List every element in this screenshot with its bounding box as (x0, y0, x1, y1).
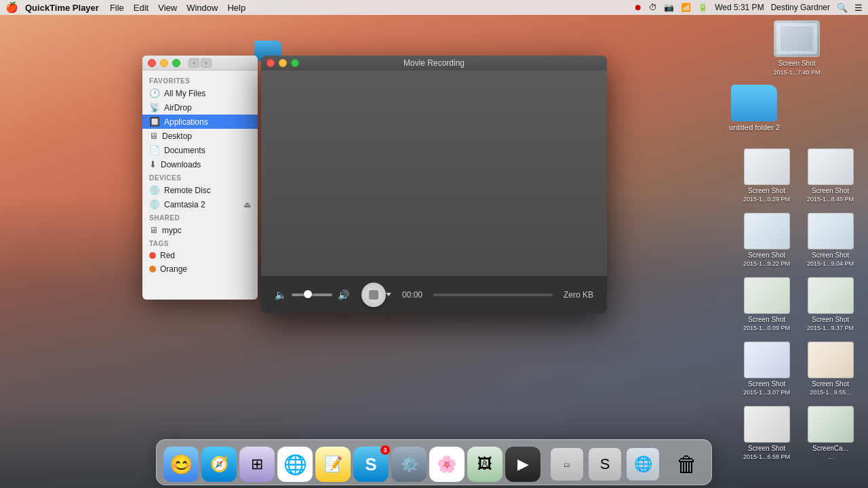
orange-tag-dot (149, 266, 156, 272)
screenshot-preview-10 (808, 406, 854, 443)
menubar-view[interactable]: View (158, 3, 177, 13)
clock: Wed 5:31 PM (715, 3, 764, 12)
desktop-screenshot-7[interactable]: Screen Shot2015-1...3.07 PM (738, 339, 795, 399)
wifi-icon: 📶 (681, 3, 691, 12)
camtasia-icon: 💿 (149, 199, 160, 209)
dock-quicktime[interactable]: ▶ (505, 447, 540, 482)
dock-syspref[interactable]: ⚙️ (391, 447, 427, 482)
screenshot-label-7: Screen Shot2015-1...3.07 PM (743, 380, 790, 396)
qt-titlebar: Movie Recording (261, 56, 607, 70)
nav-forward-button[interactable]: › (201, 58, 212, 68)
dock-stack-3[interactable]: 🌐 (625, 447, 660, 482)
desktop-screenshot-8[interactable]: Screen Shot2015-1...9.55... (802, 339, 859, 399)
screenshot-top-icon[interactable]: Screen Shot2015-1...7.40 PM (770, 20, 824, 77)
folder-icon-shape (731, 85, 777, 121)
sidebar-item-remotedisc[interactable]: 💿 Remote Disc (142, 183, 258, 197)
volume-max-icon: 🔊 (338, 289, 349, 300)
sidebar-item-mypc[interactable]: 🖥 mypc (142, 223, 258, 237)
documents-icon: 📄 (149, 145, 160, 155)
desktop-screenshot-2[interactable]: Screen Shot2015-1...8.45 PM (802, 146, 859, 206)
dock-divider-2 (665, 449, 665, 476)
desktop-screenshot-4[interactable]: Screen Shot2015-1...9.04 PM (802, 210, 859, 270)
desktop: 🍎 QuickTime Player File Edit View Window… (0, 0, 868, 488)
menu-icon[interactable]: ☰ (854, 3, 863, 13)
sidebar-item-applications[interactable]: 🔲 Applications (142, 115, 258, 129)
folder-label: untitled folder 2 (729, 123, 780, 131)
record-button[interactable] (361, 283, 386, 307)
airdrop-icon: 📡 (149, 102, 160, 113)
sidebar-item-tag-red[interactable]: Red (142, 249, 258, 262)
username[interactable]: Destiny Gardner (771, 3, 830, 12)
window-maximize-button[interactable] (172, 59, 180, 67)
dock-trash[interactable]: 🗑 (669, 447, 705, 482)
desktop-screenshot-10[interactable]: ScreenCa...... (802, 403, 859, 464)
record-dropdown-arrow[interactable] (386, 293, 391, 296)
dock-chrome[interactable]: 🌐 (277, 447, 313, 482)
sidebar-item-tag-orange[interactable]: Orange (142, 262, 258, 276)
screenshot-label-8: Screen Shot2015-1...9.55... (810, 380, 851, 396)
qt-minimize-button[interactable] (279, 59, 287, 67)
screenshot-label-4: Screen Shot2015-1...9.04 PM (807, 251, 854, 268)
sidebar-item-allmyfiles[interactable]: 🕐 All My Files (142, 86, 258, 100)
dock-finder[interactable]: 😊 (163, 447, 199, 482)
dock-preview[interactable]: 🖼 (467, 447, 502, 482)
apple-menu-icon[interactable]: 🍎 (5, 1, 18, 14)
menubar-edit[interactable]: Edit (134, 3, 149, 13)
sidebar-item-documents[interactable]: 📄 Documents (142, 143, 258, 157)
screenshot-label-10: ScreenCa...... (812, 445, 848, 461)
window-close-button[interactable] (148, 59, 156, 67)
desktop-screenshot-3[interactable]: Screen Shot2015-1...9.22 PM (738, 210, 795, 270)
nav-back-button[interactable]: ‹ (189, 58, 199, 68)
volume-slider[interactable] (292, 293, 332, 296)
sidebar-item-camtasia[interactable]: 💿 Camtasia 2 ⏏ (142, 197, 258, 211)
battery-icon: 🔋 (698, 3, 708, 12)
desktop-screenshot-9[interactable]: Screen Shot2015-1...6.58 PM (738, 403, 795, 464)
recording-time: 00:00 (402, 290, 422, 300)
sidebar-item-downloads[interactable]: ⬇ Downloads (142, 157, 258, 171)
screenshot-preview-8 (808, 342, 854, 378)
qt-close-button[interactable] (267, 59, 275, 67)
record-button-inner (369, 290, 378, 300)
dock-safari[interactable]: 🧭 (201, 447, 237, 482)
desktop-screenshot-1[interactable]: Screen Shot2015-1...0.29 PM (738, 146, 795, 206)
menubar-app-name[interactable]: QuickTime Player (25, 3, 99, 13)
menubar-window[interactable]: Window (186, 3, 218, 13)
recording-progress-bar (433, 293, 553, 296)
screenshot-preview-2 (808, 148, 854, 185)
desktop-screenshot-5[interactable]: Screen Shot2015-1...0.09 PM (738, 274, 795, 335)
volume-icon: 🔈 (275, 289, 286, 300)
menubar-right: ⏺ ⏱ 📷 📶 🔋 Wed 5:31 PM Destiny Gardner 🔍 … (634, 3, 863, 13)
qt-maximize-button[interactable] (291, 59, 299, 67)
dock-launchpad[interactable]: ⊞ (239, 447, 275, 482)
dock-stack-2[interactable]: S (587, 447, 623, 482)
volume-slider-thumb[interactable] (304, 290, 312, 298)
dock-skype[interactable]: S 3 (353, 447, 389, 482)
menubar-help[interactable]: Help (227, 3, 245, 13)
menubar: 🍎 QuickTime Player File Edit View Window… (0, 0, 868, 15)
dock-photos[interactable]: 🌸 (429, 447, 465, 482)
downloads-icon: ⬇ (149, 159, 157, 169)
screenshot-preview-6 (808, 277, 854, 314)
mypc-icon: 🖥 (149, 225, 158, 235)
skype-badge: 3 (380, 445, 390, 455)
sidebar-item-airdrop[interactable]: 📡 AirDrop (142, 100, 258, 115)
record-status-icon: ⏺ (634, 3, 642, 12)
search-icon[interactable]: 🔍 (837, 3, 848, 13)
screenshot-preview-4 (808, 213, 854, 249)
desktop-screenshot-6[interactable]: Screen Shot2015-1...9.37 PM (802, 274, 859, 335)
screenshot-preview-7 (744, 342, 790, 378)
dock-stack-1[interactable]: 🗂 (549, 447, 585, 482)
screenshot-preview-1 (744, 148, 790, 185)
timer-icon: ⏱ (649, 3, 657, 12)
untitled-folder-icon[interactable]: untitled folder 2 (729, 85, 780, 131)
menubar-file[interactable]: File (110, 3, 124, 13)
dock-stickies[interactable]: 📝 (315, 447, 351, 482)
dock-divider (545, 449, 545, 476)
screenshot-label-9: Screen Shot2015-1...6.58 PM (743, 445, 790, 461)
sidebar-item-desktop[interactable]: 🖥 Desktop (142, 129, 258, 143)
screenshot-label-2: Screen Shot2015-1...8.45 PM (807, 187, 854, 203)
screenshot-top-label: Screen Shot2015-1...7.40 PM (770, 59, 824, 77)
qt-window-title: Movie Recording (403, 58, 465, 68)
screenshot-preview-3 (744, 213, 790, 249)
window-minimize-button[interactable] (160, 59, 168, 67)
